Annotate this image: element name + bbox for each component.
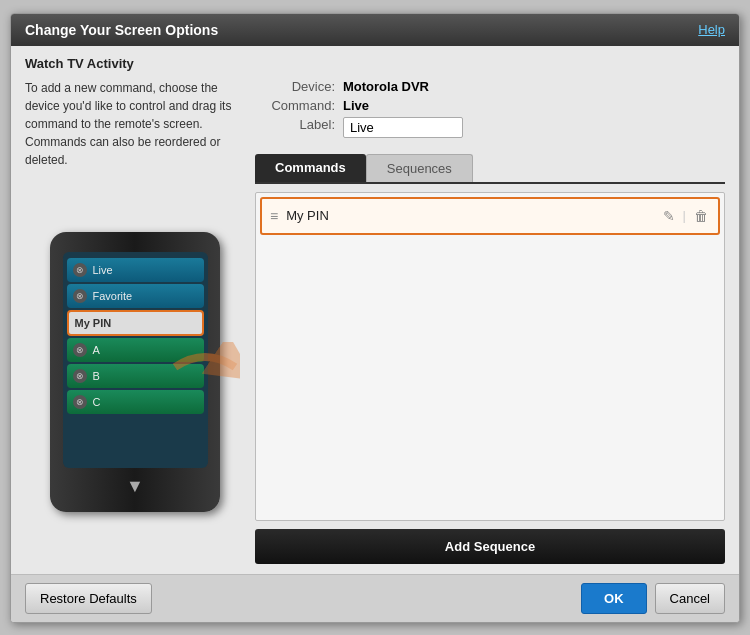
- remote-btn-mypin-label: My PIN: [75, 317, 112, 329]
- remote-btn-a-label: A: [93, 344, 100, 356]
- ok-button[interactable]: OK: [581, 583, 647, 614]
- close-icon-3: ⊗: [73, 343, 87, 357]
- remote-btn-b-label: B: [93, 370, 100, 382]
- remote-container: ⊗ Live ⊗ Favorite: [25, 181, 245, 564]
- remote-btn-c-label: C: [93, 396, 101, 408]
- commands-list: ≡ My PIN ✎ | 🗑: [255, 192, 725, 521]
- separator: |: [683, 208, 686, 223]
- label-label: Label:: [255, 117, 335, 138]
- nav-down-icon[interactable]: ▼: [126, 476, 144, 497]
- restore-defaults-button[interactable]: Restore Defaults: [25, 583, 152, 614]
- tab-commands[interactable]: Commands: [255, 154, 366, 182]
- right-panel: Device: Motorola DVR Command: Live Label…: [255, 79, 725, 564]
- command-label: Command:: [255, 98, 335, 113]
- label-input[interactable]: [343, 117, 463, 138]
- add-sequence-button[interactable]: Add Sequence: [255, 529, 725, 564]
- activity-title: Watch TV Activity: [25, 56, 725, 71]
- tab-sequences[interactable]: Sequences: [366, 154, 473, 182]
- bottom-right-buttons: OK Cancel: [581, 583, 725, 614]
- command-name-mypin: My PIN: [286, 208, 660, 223]
- device-label: Device:: [255, 79, 335, 94]
- content-area: Watch TV Activity To add a new command, …: [11, 46, 739, 574]
- main-body: To add a new command, choose the device …: [25, 79, 725, 564]
- delete-icon[interactable]: 🗑: [692, 206, 710, 226]
- command-actions: ✎ | 🗑: [661, 206, 710, 226]
- device-info: Device: Motorola DVR Command: Live Label…: [255, 79, 725, 138]
- bottom-bar: Restore Defaults OK Cancel: [11, 574, 739, 622]
- edit-icon[interactable]: ✎: [661, 206, 677, 226]
- instruction-text: To add a new command, choose the device …: [25, 79, 245, 169]
- close-icon-2: ⊗: [73, 289, 87, 303]
- cancel-button[interactable]: Cancel: [655, 583, 725, 614]
- dialog-title: Change Your Screen Options: [25, 22, 218, 38]
- device-value: Motorola DVR: [343, 79, 725, 94]
- left-panel: To add a new command, choose the device …: [25, 79, 245, 564]
- tabs-bar: Commands Sequences: [255, 154, 725, 184]
- remote-btn-mypin[interactable]: My PIN: [67, 310, 204, 336]
- remote-btn-live[interactable]: ⊗ Live: [67, 258, 204, 282]
- command-value: Live: [343, 98, 725, 113]
- title-bar: Change Your Screen Options Help: [11, 14, 739, 46]
- remote-btn-live-label: Live: [93, 264, 113, 276]
- drag-handle-icon: ≡: [270, 208, 278, 224]
- command-item-mypin[interactable]: ≡ My PIN ✎ | 🗑: [260, 197, 720, 235]
- change-screen-options-dialog: Change Your Screen Options Help Watch TV…: [10, 13, 740, 623]
- remote-btn-favorite[interactable]: ⊗ Favorite: [67, 284, 204, 308]
- remote-btn-favorite-label: Favorite: [93, 290, 133, 302]
- help-link[interactable]: Help: [698, 22, 725, 37]
- close-icon-5: ⊗: [73, 395, 87, 409]
- close-icon-4: ⊗: [73, 369, 87, 383]
- drag-arrow: [170, 342, 240, 395]
- close-icon: ⊗: [73, 263, 87, 277]
